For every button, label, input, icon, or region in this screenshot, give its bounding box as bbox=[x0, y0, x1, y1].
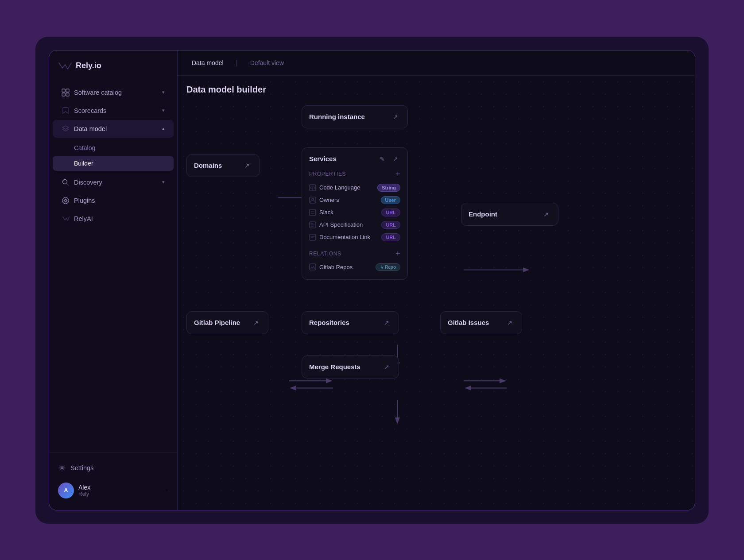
running-instance-title: Running instance bbox=[309, 113, 365, 120]
relations-section-label: Relations + bbox=[309, 250, 400, 258]
expand-icon[interactable]: ↗ bbox=[505, 318, 515, 328]
gitlab-repos-icon bbox=[309, 263, 316, 270]
docs-icon bbox=[309, 234, 316, 241]
sidebar-item-software-catalog[interactable]: Software catalog ▾ bbox=[53, 84, 174, 101]
domains-actions: ↗ bbox=[242, 161, 252, 170]
expand-icon[interactable]: ↗ bbox=[391, 112, 400, 122]
chevron-down-icon: ▾ bbox=[162, 89, 165, 95]
running-instance-header: Running instance ↗ bbox=[309, 112, 400, 122]
domains-card[interactable]: Domains ↗ bbox=[186, 154, 260, 177]
sidebar-item-catalog[interactable]: Catalog bbox=[53, 140, 174, 155]
running-instance-actions: ↗ bbox=[391, 112, 400, 122]
grid-icon bbox=[62, 89, 70, 97]
settings-label: Settings bbox=[70, 464, 93, 471]
repositories-title: Repositories bbox=[309, 319, 349, 326]
services-card[interactable]: Services ✎ ↗ Properties + bbox=[302, 147, 408, 280]
chevron-down-icon: ▾ bbox=[162, 108, 165, 113]
owners-icon bbox=[309, 197, 316, 204]
gitlab-issues-header: Gitlab Issues ↗ bbox=[448, 318, 515, 328]
user-info: A Alex Rely bbox=[58, 483, 90, 498]
properties-section-label: Properties + bbox=[309, 170, 400, 178]
user-org: Rely bbox=[78, 491, 90, 497]
expand-icon[interactable]: ↗ bbox=[382, 318, 391, 328]
sidebar-item-scorecards[interactable]: Scorecards ▾ bbox=[53, 102, 174, 120]
outer-frame: Rely.io Software catalog ▾ bbox=[35, 37, 709, 524]
sidebar-item-settings[interactable]: Settings bbox=[53, 460, 174, 476]
expand-icon[interactable]: ↗ bbox=[391, 154, 400, 164]
endpoint-card[interactable]: Endpoint ↗ bbox=[461, 203, 558, 226]
svg-rect-3 bbox=[66, 93, 69, 96]
user-chevron-icon: ▾ bbox=[166, 487, 168, 493]
logo-text: Rely.io bbox=[76, 61, 101, 70]
sidebar-item-label-data-model: Data model bbox=[74, 125, 107, 132]
svg-point-7 bbox=[65, 199, 67, 201]
gitlab-pipeline-card[interactable]: Gitlab Pipeline ↗ bbox=[186, 311, 268, 334]
layers-icon bbox=[62, 125, 70, 133]
slack-icon bbox=[309, 209, 316, 216]
running-instance-card[interactable]: Running instance ↗ bbox=[302, 105, 408, 128]
svg-rect-29 bbox=[310, 264, 316, 270]
api-spec-icon bbox=[309, 221, 316, 228]
sidebar-item-data-model[interactable]: Data model ▴ bbox=[53, 120, 174, 138]
code-language-icon bbox=[309, 184, 316, 191]
add-property-button[interactable]: + bbox=[395, 170, 400, 178]
sidebar-item-builder[interactable]: Builder bbox=[53, 156, 174, 171]
badge-url-docs: URL bbox=[381, 233, 400, 241]
prop-owners: Owners User bbox=[309, 194, 400, 206]
sidebar-item-label-plugins: Plugins bbox=[74, 197, 95, 204]
tab-data-model[interactable]: Data model bbox=[188, 58, 227, 68]
endpoint-actions: ↗ bbox=[541, 209, 551, 219]
app-container: Rely.io Software catalog ▾ bbox=[49, 50, 695, 510]
settings-icon bbox=[58, 464, 66, 472]
gitlab-issues-title: Gitlab Issues bbox=[448, 319, 489, 326]
svg-rect-1 bbox=[66, 89, 69, 92]
badge-repo: ↳ Repo bbox=[376, 263, 400, 271]
sidebar-item-discovery[interactable]: Discovery ▾ bbox=[53, 174, 174, 191]
builder-title: Data model builder bbox=[186, 85, 686, 95]
plugins-icon bbox=[62, 197, 70, 205]
gitlab-pipeline-title: Gitlab Pipeline bbox=[194, 319, 240, 326]
user-section[interactable]: A Alex Rely ▾ bbox=[53, 478, 174, 503]
relyai-icon bbox=[62, 215, 70, 223]
search-icon bbox=[62, 178, 70, 186]
services-header: Services ✎ ↗ bbox=[309, 154, 400, 164]
merge-requests-header: Merge Requests ↗ bbox=[309, 362, 391, 372]
gitlab-pipeline-actions: ↗ bbox=[251, 318, 261, 328]
user-details: Alex Rely bbox=[78, 484, 90, 497]
expand-icon[interactable]: ↗ bbox=[242, 161, 252, 170]
prop-gitlab-repos: Gitlab Repos ↳ Repo bbox=[309, 261, 400, 273]
merge-requests-card[interactable]: Merge Requests ↗ bbox=[302, 355, 399, 378]
sidebar-item-plugins[interactable]: Plugins bbox=[53, 192, 174, 209]
svg-rect-26 bbox=[310, 209, 316, 216]
add-relation-button[interactable]: + bbox=[395, 250, 400, 258]
expand-icon[interactable]: ↗ bbox=[541, 209, 551, 219]
bookmark-icon bbox=[62, 107, 70, 115]
avatar: A bbox=[58, 483, 74, 498]
domains-title: Domains bbox=[194, 162, 222, 169]
badge-string: String bbox=[377, 184, 400, 192]
repositories-header: Repositories ↗ bbox=[309, 318, 391, 328]
gitlab-issues-card[interactable]: Gitlab Issues ↗ bbox=[440, 311, 522, 334]
edit-icon[interactable]: ✎ bbox=[377, 154, 387, 164]
top-bar: Data model | Default view bbox=[178, 50, 695, 76]
data-model-subnav: Catalog Builder bbox=[49, 138, 177, 173]
repositories-card[interactable]: Repositories ↗ bbox=[302, 311, 399, 334]
chevron-up-icon: ▴ bbox=[162, 126, 165, 131]
gitlab-issues-actions: ↗ bbox=[505, 318, 515, 328]
main-nav: Software catalog ▾ Scorecards ▾ bbox=[49, 83, 177, 452]
expand-icon[interactable]: ↗ bbox=[382, 362, 391, 372]
sidebar-bottom: Settings A Alex Rely ▾ bbox=[49, 452, 177, 510]
sidebar: Rely.io Software catalog ▾ bbox=[49, 50, 178, 510]
sidebar-item-label-relyai: RelyAI bbox=[74, 215, 93, 222]
sidebar-item-relyai[interactable]: RelyAI bbox=[53, 210, 174, 228]
prop-code-language: Code Language String bbox=[309, 182, 400, 194]
canvas-area: Data model builder bbox=[178, 76, 695, 510]
main-content: Data model | Default view Data model bui… bbox=[178, 50, 695, 510]
sidebar-item-label-discovery: Discovery bbox=[74, 179, 102, 186]
expand-icon[interactable]: ↗ bbox=[251, 318, 261, 328]
prop-api-spec: API Specification URL bbox=[309, 219, 400, 231]
tab-default-view[interactable]: Default view bbox=[247, 58, 287, 68]
sidebar-item-label-scorecards: Scorecards bbox=[74, 107, 106, 114]
merge-requests-actions: ↗ bbox=[382, 362, 391, 372]
endpoint-title: Endpoint bbox=[469, 210, 497, 218]
